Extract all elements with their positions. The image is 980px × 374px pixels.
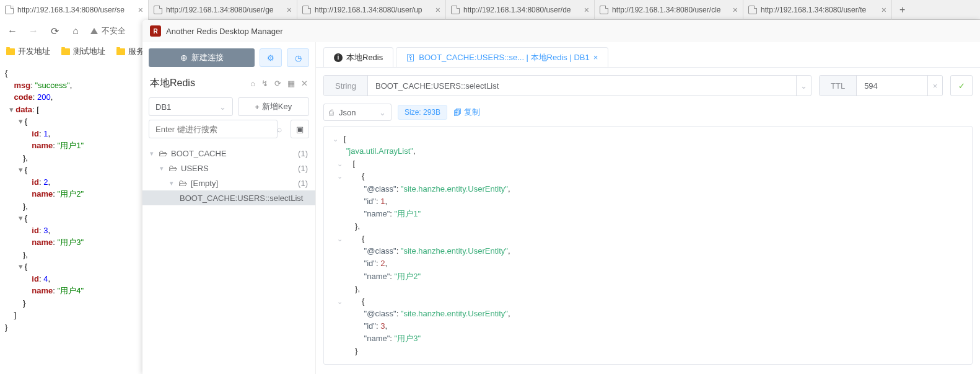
plus-icon: ⊕ bbox=[180, 53, 188, 63]
arrow-down-icon: ▾ bbox=[150, 149, 159, 158]
tree-key-selected[interactable]: BOOT_CACHE:USERS::selectList bbox=[142, 190, 315, 205]
redis-logo-icon: R bbox=[150, 25, 161, 37]
caret-icon[interactable]: ⌄ bbox=[337, 171, 348, 182]
tree-folder[interactable]: ▾ 🗁 BOOT_CACHE (1) bbox=[142, 146, 315, 161]
caret-icon[interactable]: ⌄ bbox=[333, 134, 344, 145]
chevron-down-icon: ⌄ bbox=[379, 108, 386, 117]
refresh-icon[interactable]: ⟳ bbox=[274, 79, 281, 88]
close-icon[interactable]: × bbox=[733, 5, 738, 15]
arrow-down-icon: ▾ bbox=[170, 179, 178, 187]
browser-tab-strip: http://192.168.1.34:8080/user/se × http:… bbox=[0, 0, 980, 20]
json-response-viewer[interactable]: { msg: "success", code: 200, ▾data: [ ▾{… bbox=[0, 61, 142, 374]
bookmark-item[interactable]: 测试地址 bbox=[61, 46, 105, 57]
format-select[interactable]: ⎙ Json ⌄ bbox=[323, 104, 392, 121]
browser-tab[interactable]: http://192.168.1.34:8080/user/de × bbox=[446, 0, 595, 20]
bookmark-item[interactable]: 服务 bbox=[116, 46, 144, 57]
redis-title-bar[interactable]: R Another Redis Desktop Manager bbox=[142, 20, 980, 42]
search-input[interactable] bbox=[149, 120, 278, 138]
close-conn-icon[interactable]: ✕ bbox=[301, 79, 308, 88]
tab-home[interactable]: i 本地Redis bbox=[323, 47, 393, 67]
tree-folder[interactable]: ▾ 🗁 USERS (1) bbox=[142, 161, 315, 176]
page-icon bbox=[600, 6, 608, 14]
close-icon[interactable]: × bbox=[593, 53, 598, 62]
connection-actions: ⌂ ↯ ⟳ ▦ ✕ bbox=[250, 79, 308, 88]
insecure-label: 不安全 bbox=[102, 25, 126, 37]
key-icon: ⚿ bbox=[406, 53, 415, 63]
folder-open-icon: 🗁 bbox=[168, 163, 177, 173]
view-controls: ⎙ Json ⌄ Size: 293B 🗐 复制 bbox=[323, 104, 973, 121]
folder-open-icon: 🗁 bbox=[159, 148, 167, 158]
close-icon[interactable]: × bbox=[287, 5, 292, 15]
caret-icon[interactable]: ▾ bbox=[19, 115, 25, 128]
caret-icon[interactable]: ▾ bbox=[9, 104, 15, 116]
page-icon bbox=[154, 6, 162, 14]
clear-icon[interactable]: × bbox=[927, 76, 942, 96]
reload-icon[interactable]: ⟳ bbox=[48, 25, 61, 37]
copy-button[interactable]: 🗐 复制 bbox=[453, 107, 480, 118]
tree-folder[interactable]: ▾ 🗁 [Empty] (1) bbox=[142, 176, 315, 190]
terminal-icon[interactable]: ↯ bbox=[261, 79, 268, 88]
caret-icon[interactable]: ⌄ bbox=[337, 234, 348, 244]
new-key-button[interactable]: +新增Key bbox=[238, 97, 310, 116]
home-icon[interactable]: ⌂ bbox=[69, 25, 82, 37]
close-icon[interactable]: × bbox=[584, 5, 589, 15]
caret-icon[interactable]: ▾ bbox=[19, 260, 25, 273]
browser-tab[interactable]: http://192.168.1.34:8080/user/up × bbox=[297, 0, 446, 20]
bookmark-item[interactable]: 开发地址 bbox=[6, 46, 50, 57]
type-label: String bbox=[324, 76, 368, 96]
chevron-down-icon[interactable]: ⌄ bbox=[796, 76, 811, 96]
caret-icon[interactable]: ⌄ bbox=[337, 159, 348, 169]
browser-tab[interactable]: http://192.168.1.34:8080/user/te × bbox=[743, 0, 892, 20]
browser-tab[interactable]: http://192.168.1.34:8080/user/cle × bbox=[595, 0, 743, 20]
folder-icon bbox=[116, 48, 125, 55]
tab-title: http://192.168.1.34:8080/user/cle bbox=[612, 6, 729, 14]
settings-button[interactable]: ⚙ bbox=[260, 48, 282, 67]
new-connection-button[interactable]: ⊕新建连接 bbox=[149, 48, 255, 67]
chevron-down-icon: ⌄ bbox=[219, 102, 226, 112]
value-json-viewer[interactable]: ⌄[ "java.util.ArrayList", ⌄ [ ⌄ { "@clas… bbox=[323, 126, 973, 365]
tab-title: http://192.168.1.34:8080/user/de bbox=[463, 6, 580, 14]
folder-open-icon: 🗁 bbox=[178, 178, 187, 188]
apply-button[interactable]: ✓ bbox=[950, 75, 973, 96]
key-header: String BOOT_CACHE:USERS::selectList ⌄ TT… bbox=[323, 75, 973, 96]
ttl-value[interactable]: 594 bbox=[857, 76, 927, 96]
page-icon bbox=[5, 6, 14, 14]
warning-icon bbox=[90, 28, 98, 34]
exact-match-button[interactable]: ▣ bbox=[291, 120, 309, 138]
folder-icon bbox=[61, 48, 70, 55]
size-tag: Size: 293B bbox=[398, 105, 447, 120]
db-select[interactable]: DB1 ⌄ bbox=[149, 97, 233, 116]
caret-icon[interactable]: ▾ bbox=[19, 212, 25, 225]
caret-icon[interactable]: ⌄ bbox=[337, 296, 348, 307]
connection-name[interactable]: 本地Redis bbox=[150, 77, 195, 90]
key-name-field: String BOOT_CACHE:USERS::selectList ⌄ bbox=[323, 75, 812, 96]
redis-app-title: Another Redis Desktop Manager bbox=[166, 27, 283, 36]
grid-icon[interactable]: ▦ bbox=[287, 79, 295, 88]
log-button[interactable]: ◷ bbox=[287, 48, 309, 67]
redis-app-window: R Another Redis Desktop Manager ⊕新建连接 ⚙ … bbox=[142, 20, 980, 374]
tab-key[interactable]: ⚿ BOOT_CACHE:USERS::se... | 本地Redis | DB… bbox=[396, 47, 608, 67]
tab-title: http://192.168.1.34:8080/user/se bbox=[17, 6, 134, 14]
folder-icon bbox=[6, 48, 15, 55]
page-icon bbox=[748, 6, 757, 14]
new-tab-button[interactable]: + bbox=[892, 4, 912, 16]
address-security[interactable]: 不安全 bbox=[90, 25, 126, 37]
back-icon[interactable]: ← bbox=[6, 25, 19, 37]
page-icon bbox=[302, 6, 311, 14]
copy-icon: 🗐 bbox=[453, 108, 462, 117]
search-icon[interactable]: ⌕ bbox=[277, 124, 282, 134]
close-icon[interactable]: × bbox=[138, 5, 143, 15]
key-tree: ▾ 🗁 BOOT_CACHE (1) ▾ 🗁 USERS (1) ▾ 🗁 bbox=[142, 143, 315, 208]
close-icon[interactable]: × bbox=[882, 5, 886, 15]
close-icon[interactable]: × bbox=[435, 5, 440, 15]
main-tabs: i 本地Redis ⚿ BOOT_CACHE:USERS::se... | 本地… bbox=[316, 42, 980, 67]
caret-icon[interactable]: ▾ bbox=[19, 164, 25, 176]
ttl-label: TTL bbox=[820, 76, 857, 96]
browser-tab[interactable]: http://192.168.1.34:8080/user/se × bbox=[0, 0, 149, 20]
tab-title: http://192.168.1.34:8080/user/te bbox=[761, 6, 878, 14]
home-icon[interactable]: ⌂ bbox=[250, 79, 255, 88]
key-name-value[interactable]: BOOT_CACHE:USERS::selectList bbox=[368, 76, 796, 96]
forward-icon[interactable]: → bbox=[27, 25, 40, 37]
browser-tab[interactable]: http://192.168.1.34:8080/user/ge × bbox=[149, 0, 297, 20]
info-icon: i bbox=[334, 53, 343, 62]
